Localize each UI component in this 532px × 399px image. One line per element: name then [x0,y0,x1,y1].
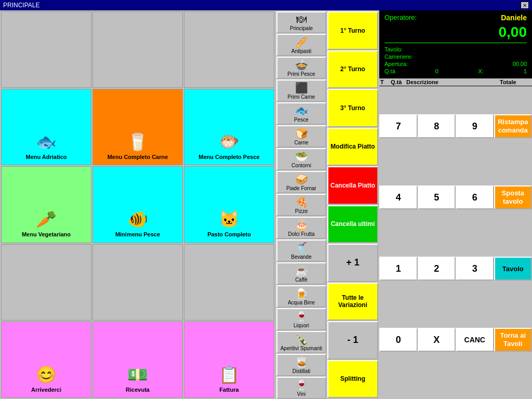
btn-aperitivi[interactable]: 🍾 Aperitivi Spumanti [276,331,326,353]
grid-cell-ricevuta[interactable]: 💵 Ricevuta [92,322,183,398]
btn-turno2[interactable]: 2° Turno [327,50,378,89]
col-desc: Descrizione [406,79,500,85]
btn-piade[interactable]: 🥪 Piade Fornar [276,171,326,193]
principale-icon: 🍽 [296,14,307,25]
distillati-icon: 🥃 [295,356,308,368]
btn-dolci[interactable]: 🎂 Dolci Frutta [276,217,326,239]
cell-label: Arrivederci [31,387,61,393]
vini-icon: 🍷 [295,379,308,391]
btn-turno1[interactable]: 1° Turno [327,11,378,50]
x-value: 1 [524,68,527,74]
grid-cell-r4c1[interactable] [1,244,91,321]
grid-cell-r1c2[interactable] [92,11,183,88]
cup-icon: 🥛 [127,132,148,152]
btn-label: Liquori [294,323,309,328]
grid-cell-fattura[interactable]: 📋 Fattura [184,322,274,398]
btn-label: Carne [294,140,308,145]
x-label: X: [478,68,484,74]
antipasti-icon: 🥖 [295,36,308,48]
btn-tutte-variazioni[interactable]: Tutte le Variazioni [327,283,378,321]
col-qta: Q.tà [391,79,406,85]
menu-column: 🍽 Principale 🥖 Antipasti 🍲 Primi Pesce ⬛… [275,10,327,399]
caffe-icon: ☕ [295,264,308,277]
btn-carne[interactable]: 🍞 Carne [276,125,326,148]
btn-cancella-ultimi[interactable]: Cancella ultimi [327,205,378,244]
num-1[interactable]: 1 [379,257,418,281]
grid-cell-r4c3[interactable] [184,244,274,321]
pasto-icon: 🐱 [219,209,240,229]
money-icon: 💵 [127,365,148,384]
num-x[interactable]: X [418,328,456,352]
num-4[interactable]: 4 [379,185,418,209]
grid-cell-menu-carne[interactable]: 🥛 Menu Completo Carne [92,89,183,165]
table-header: T Q.tà Descrizione Totale [379,78,532,86]
grid-cell-r1c3[interactable] [184,11,274,88]
btn-ristampa[interactable]: Ristampa comanda [494,114,533,138]
grid-cell-menu-adriatico[interactable]: 🐟 Menu Adriatico [1,89,91,165]
btn-label: Distillati [292,368,310,374]
qta-label: Q.tà [384,68,395,74]
btn-antipasti[interactable]: 🥖 Antipasti [276,34,326,56]
btn-vini[interactable]: 🍷 Vini [276,377,326,399]
info-numpad-section: Operatore: Daniele 0,00 Tavolo: Camerier… [379,10,532,399]
num-5[interactable]: 5 [418,185,456,209]
btn-label: Antipasti [291,48,311,54]
btn-pizze[interactable]: 🍕 Pizze [276,194,326,216]
cameriere-label: Cameriere: [384,54,413,60]
num-canc[interactable]: CANC [456,328,494,352]
btn-plus1[interactable]: + 1 [327,244,378,282]
btn-label: Acqua Birre [288,300,315,305]
carne-icon: 🍞 [295,127,308,140]
btn-label: Principale [290,25,313,31]
grid-cell-r4c2[interactable] [92,244,183,321]
num-9[interactable]: 9 [456,114,494,138]
btn-tavolo[interactable]: Tavolo [494,257,533,281]
window-title: PRINCIPALE [3,2,39,9]
col-totale: Totale [500,79,531,85]
grid-cell-menu-pesce[interactable]: 🐡 Menu Completo Pesce [184,89,274,165]
primi-pesce-icon: 🍲 [295,59,308,71]
btn-distillati[interactable]: 🥃 Distillati [276,354,326,376]
btn-caffe[interactable]: ☕ Caffè [276,262,326,285]
btn-bevande[interactable]: 🥤 Bevande [276,240,326,262]
info-panel: Operatore: Daniele 0,00 Tavolo: Camerier… [379,10,532,114]
btn-principale[interactable]: 🍽 Principale [276,11,326,33]
btn-pesce[interactable]: 🐟 Pesce [276,102,326,125]
num-8[interactable]: 8 [418,114,456,138]
grid-cell-vegetariano[interactable]: 🥕 Menu Vegetariano [1,166,91,243]
contorni-icon: 🥗 [295,150,308,163]
grid-cell-pasto-completo[interactable]: 🐱 Pasto Completo [184,166,274,243]
cell-label: Menu Completo Carne [108,154,168,161]
btn-primi-carne[interactable]: ⬛ Primi Carne [276,79,326,102]
grid-cell-minimenu-pesce[interactable]: 🐠 Minimenu Pesce [92,166,183,243]
btn-splitting[interactable]: Splitting [327,360,378,398]
btn-turno3[interactable]: 3° Turno [327,89,378,127]
btn-sposta-tavolo[interactable]: Sposta tavolo [494,185,533,209]
grid-cell-r1c1[interactable] [1,11,91,88]
fish-icon: 🐟 [36,132,57,152]
btn-label: Caffè [295,277,308,283]
btn-torna-tavoli[interactable]: Torna ai Tavoli [494,328,533,352]
primi-carne-icon: ⬛ [295,82,308,94]
btn-minus1[interactable]: - 1 [327,321,378,360]
num-7[interactable]: 7 [379,114,418,138]
num-6[interactable]: 6 [456,185,494,209]
tavolo-label: Tavolo: [384,46,403,52]
grid-cell-arrivederci[interactable]: 😊 Arrivederci [1,322,91,398]
close-button[interactable]: ✕ [521,2,529,9]
btn-cancella-piatto[interactable]: Cancella Piatto [327,166,378,205]
operator-name: Daniele [501,14,527,22]
num-3[interactable]: 3 [456,257,494,281]
num-2[interactable]: 2 [418,257,456,281]
aperitivi-icon: 🍾 [295,333,308,345]
btn-liquori[interactable]: 🍷 Liquori [276,308,326,330]
bevande-icon: 🥤 [295,242,308,254]
action-column: 1° Turno 2° Turno 3° Turno Modifica Piat… [327,10,379,399]
btn-acqua-birre[interactable]: 🍺 Acqua Birre [276,285,326,308]
fish2-icon: 🐡 [219,132,240,152]
num-0[interactable]: 0 [379,328,418,352]
btn-modifica-piatto[interactable]: Modifica Piatto [327,128,378,166]
btn-primi-pesce[interactable]: 🍲 Primi Pesce [276,57,326,79]
btn-contorni[interactable]: 🥗 Contorni [276,148,326,170]
order-table [379,86,532,114]
